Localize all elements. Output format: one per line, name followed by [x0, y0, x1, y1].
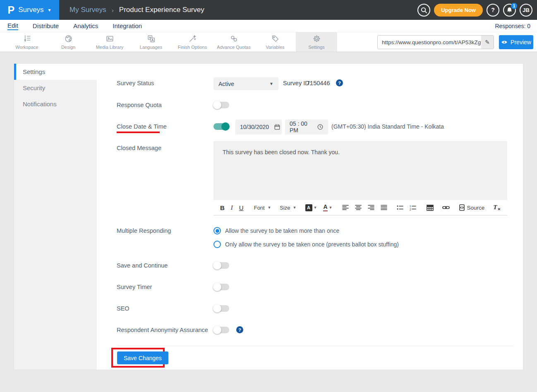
multiple-responding-label: Multiple Responding — [117, 227, 171, 234]
edit-toolbar: Workspace Design Media Library Languages… — [0, 32, 537, 52]
sidebar-item-notifications[interactable]: Notifications — [14, 96, 97, 112]
radio-only-once-label[interactable]: Only allow the survey to be taken once (… — [225, 241, 399, 248]
gear-icon — [312, 34, 321, 43]
insert-table-button[interactable] — [427, 205, 434, 211]
save-and-continue-label: Save and Continue — [117, 262, 168, 269]
tab-integration[interactable]: Integration — [113, 20, 142, 32]
editor-toolbar: B I U Font▼ Size▼ A▼ A▼ — [213, 200, 507, 215]
sidebar-item-security[interactable]: Security — [14, 80, 97, 96]
bulleted-list-icon — [397, 205, 403, 210]
align-left-icon — [342, 205, 349, 210]
toolbar-item-workspace[interactable]: Workspace — [6, 32, 48, 52]
product-name: Surveys — [18, 6, 43, 14]
link-icon — [442, 205, 450, 210]
avatar[interactable]: JB — [520, 4, 532, 17]
closed-message-label: Closed Message — [117, 145, 161, 151]
settings-panel: Settings Security Notifications Survey S… — [14, 63, 523, 370]
chevron-down-icon: ▼ — [293, 206, 297, 210]
upgrade-now-button[interactable]: Upgrade Now — [434, 4, 483, 17]
close-time-field[interactable]: 05 : 00 PM — [285, 120, 328, 134]
close-date-time-label: Close Date & Time — [117, 123, 167, 130]
header-actions: Upgrade Now ? 1 JB — [417, 4, 532, 17]
search-button[interactable] — [417, 4, 430, 17]
background-color-icon: A — [305, 204, 312, 211]
toolbar-item-languages[interactable]: Languages — [130, 32, 172, 52]
survey-status-select[interactable]: Active ▼ — [213, 77, 278, 90]
toolbar-item-advance-quotas[interactable]: Advance Quotas — [213, 32, 254, 52]
align-center-icon — [355, 205, 362, 210]
remove-format-button[interactable]: T✕ — [493, 204, 501, 211]
response-quota-label: Response Quota — [117, 102, 162, 108]
closed-message-textarea[interactable]: This survey has been closed now. Thank y… — [213, 141, 507, 200]
respondent-anonymity-help-icon[interactable]: ? — [236, 326, 243, 333]
svg-text:2: 2 — [410, 208, 411, 211]
help-button[interactable]: ? — [487, 4, 499, 17]
workspace-icon — [23, 34, 31, 43]
seo-toggle[interactable] — [213, 305, 229, 312]
tab-distribute[interactable]: Distribute — [33, 20, 59, 32]
toolbar-item-settings[interactable]: Settings — [296, 32, 337, 52]
insert-link-button[interactable] — [442, 205, 450, 210]
top-header: P Surveys ▼ My Surveys › Product Experie… — [0, 0, 537, 20]
tab-analytics[interactable]: Analytics — [73, 20, 98, 32]
align-left-button[interactable] — [342, 205, 349, 210]
source-button[interactable]: Source — [459, 204, 485, 211]
size-select[interactable]: Size▼ — [280, 205, 296, 211]
background-color-button[interactable]: A▼ — [305, 204, 317, 211]
edit-url-button[interactable]: ✎ — [481, 36, 494, 49]
search-icon — [420, 7, 427, 14]
underline-button[interactable]: U — [239, 204, 244, 211]
toolbar-item-variables[interactable]: Variables — [254, 32, 296, 52]
radio-allow-multiple[interactable] — [213, 227, 221, 234]
toolbar-item-media-library[interactable]: Media Library — [89, 32, 130, 52]
radio-allow-multiple-label[interactable]: Allow the survey to be taken more than o… — [225, 227, 339, 234]
eye-icon — [501, 40, 508, 45]
tab-edit[interactable]: Edit — [7, 20, 18, 32]
justify-button[interactable] — [381, 205, 387, 210]
pencil-icon: ✎ — [485, 39, 490, 45]
align-right-icon — [368, 205, 374, 210]
survey-timer-toggle[interactable] — [213, 284, 229, 290]
wand-icon — [188, 34, 197, 43]
align-right-button[interactable] — [368, 205, 374, 210]
bulleted-list-button[interactable] — [397, 205, 403, 210]
bold-button[interactable]: B — [220, 204, 225, 211]
survey-id-help-icon[interactable]: ? — [336, 79, 343, 86]
timezone-text: (GMT+05:30) India Standard Time - Kolkat… — [331, 123, 444, 130]
breadcrumb-current-survey: Product Experience Survey — [119, 6, 204, 14]
close-date-field[interactable]: 10/30/2020 — [235, 120, 282, 134]
numbered-list-button[interactable]: 12 — [410, 205, 416, 210]
save-changes-button[interactable]: Save Changes — [117, 351, 168, 364]
survey-timer-label: Survey Timer — [117, 284, 152, 290]
breadcrumb-my-surveys[interactable]: My Surveys — [70, 6, 106, 14]
radio-only-once[interactable] — [213, 241, 221, 248]
survey-url-value: https://www.questionpro.com/t/AP53kZgfo — [378, 39, 481, 45]
close-date-time-toggle[interactable] — [213, 123, 229, 130]
remove-format-icon: T✕ — [493, 204, 501, 211]
chain-icon — [230, 34, 238, 43]
breadcrumb-separator-icon: › — [112, 7, 114, 14]
sidebar-item-settings[interactable]: Settings — [14, 64, 97, 80]
align-center-button[interactable] — [355, 205, 362, 210]
notifications-button[interactable]: 1 — [503, 4, 516, 17]
image-icon — [105, 34, 114, 43]
breadcrumb: My Surveys › Product Experience Survey — [70, 6, 204, 14]
survey-nav: Edit Distribute Analytics Integration Re… — [0, 20, 537, 32]
text-color-button[interactable]: A▼ — [323, 204, 332, 211]
respondent-anonymity-toggle[interactable] — [213, 327, 229, 333]
italic-button[interactable]: I — [231, 204, 233, 211]
chevron-down-icon: ▼ — [314, 206, 317, 210]
responses-count: Responses: 0 — [495, 23, 530, 29]
chevron-down-icon: ▼ — [269, 81, 273, 86]
brand-menu[interactable]: P Surveys ▼ — [0, 0, 59, 20]
survey-status-value: Active — [218, 81, 234, 87]
survey-url-field[interactable]: https://www.questionpro.com/t/AP53kZgfo … — [377, 35, 494, 49]
closed-message-editor: This survey has been closed now. Thank y… — [213, 141, 507, 215]
save-and-continue-toggle[interactable] — [213, 262, 229, 269]
toolbar-item-finish-options[interactable]: Finish Options — [172, 32, 213, 52]
toolbar-item-design[interactable]: Design — [48, 32, 89, 52]
preview-button[interactable]: Preview — [499, 35, 533, 49]
chevron-down-icon: ▼ — [329, 206, 333, 210]
response-quota-toggle[interactable] — [213, 102, 229, 108]
font-select[interactable]: Font▼ — [254, 205, 271, 211]
